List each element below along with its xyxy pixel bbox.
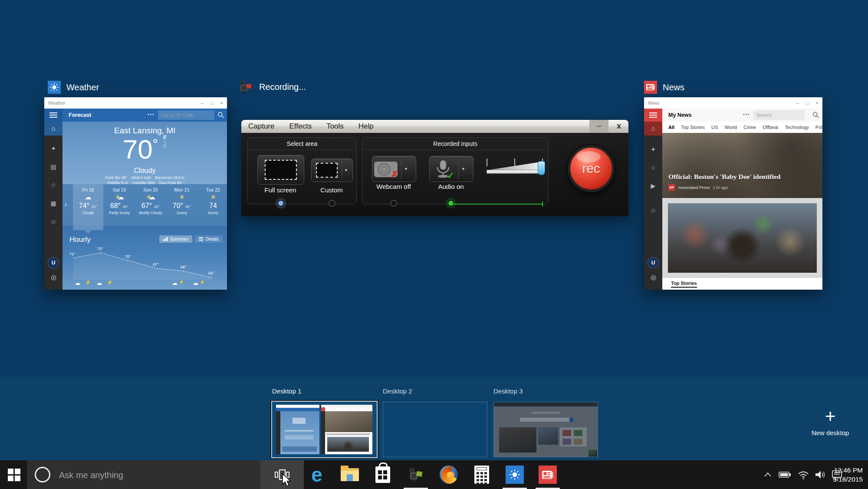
weather-sidebar-news-icon[interactable]: ▦ (44, 200, 62, 207)
day-forecast-sat[interactable]: Sat 19 ☀☁ 68° 49° Partly Sunny (104, 184, 135, 226)
taskbar-calculator-button[interactable] (465, 460, 498, 489)
weather-maximize-button[interactable]: □ (210, 100, 214, 106)
record-button[interactable]: rec (568, 145, 615, 192)
news-sidebar-video-icon[interactable]: ▶ (644, 182, 662, 189)
weather-sidebar-maps-icon[interactable]: ✦ (44, 145, 62, 152)
custom-area-button[interactable]: ▼ (311, 159, 353, 182)
tray-chevron-button[interactable] (760, 460, 775, 489)
news-close-button[interactable]: × (816, 100, 819, 106)
tray-volume-button[interactable] (812, 460, 829, 489)
news-hamburger-button[interactable] (644, 109, 662, 122)
menu-help[interactable]: Help (358, 122, 374, 131)
weather-sidebar-historical-icon[interactable]: ▤ (44, 163, 62, 170)
day-forecast-mon[interactable]: Mon 21 ☀ 70° 48° Sunny (167, 184, 197, 226)
unit-c[interactable]: C (163, 142, 167, 148)
news-minimize-button[interactable]: – (796, 100, 799, 106)
recorder-window[interactable]: Capture Effects Tools Help – x Select ar… (241, 120, 628, 216)
custom-radio[interactable] (329, 200, 335, 207)
news-maximize-button[interactable]: □ (806, 100, 809, 106)
full-screen-button[interactable] (257, 155, 304, 185)
weather-search-icon[interactable] (217, 112, 224, 119)
news-sidebar-settings-icon[interactable] (644, 274, 662, 282)
taskbar-edge-button[interactable]: e (300, 460, 333, 489)
weather-close-button[interactable]: × (220, 100, 223, 106)
audio-dropdown-arrow[interactable]: ▼ (461, 167, 465, 171)
desktop-3-label[interactable]: Desktop 3 (493, 387, 523, 395)
unit-toggle[interactable]: F C (163, 134, 167, 148)
recorder-minimize-button[interactable]: – (589, 120, 608, 133)
news-search-icon[interactable] (812, 112, 819, 119)
menu-capture[interactable]: Capture (248, 122, 274, 131)
taskbar-recorder-button[interactable] (399, 460, 432, 489)
desktop-1-label[interactable]: Desktop 1 (272, 387, 302, 395)
webcam-button[interactable]: ✗ ▼ (372, 156, 416, 182)
taskbar-weather-button[interactable] (498, 460, 531, 489)
day-forecast-sun[interactable]: Sun 20 ☀☁ 67° 48° Mostly Cloudy (135, 184, 166, 226)
news-sidebar-local-icon[interactable]: ☺ (644, 207, 662, 214)
custom-dropdown-arrow[interactable]: ▼ (344, 168, 348, 172)
tab-crime[interactable]: Crime (743, 125, 756, 130)
weather-sidebar-home-icon[interactable]: ⌂ (44, 122, 62, 135)
tab-politics[interactable]: Politics (815, 125, 822, 130)
news-headline[interactable]: Official: Boston's 'Baby Doe' identified (668, 173, 780, 181)
daily-prev-chevron[interactable]: ‹ (65, 201, 67, 208)
menu-effects[interactable]: Effects (289, 122, 312, 131)
taskbar-store-button[interactable] (366, 460, 399, 489)
desktop-2-label[interactable]: Desktop 2 (383, 387, 412, 395)
start-button[interactable] (0, 460, 28, 489)
news-search-input[interactable] (753, 110, 805, 120)
tab-world[interactable]: World (724, 125, 737, 130)
hourly-temp-2: 70° (125, 254, 131, 259)
news-sidebar-home-icon[interactable]: ⌂ (644, 122, 662, 135)
tray-clock[interactable]: 12:46 PM 9/18/2015 (833, 466, 863, 484)
recorder-close-button[interactable]: x (609, 120, 628, 133)
weather-window[interactable]: Weather – □ × Forecast ••• ⌂ ✦ ▤ ☆ ▦ ☺ U (44, 97, 227, 290)
news-sidebar-u-app-icon[interactable]: U (648, 257, 659, 268)
news-more-button[interactable]: ••• (743, 112, 750, 117)
cortana-search-box[interactable] (27, 460, 260, 489)
hourly-details-button[interactable]: Details (195, 235, 223, 243)
day-forecast-fri[interactable]: Fri 18 ☁ 74° 62° Cloudy (73, 184, 103, 226)
full-screen-radio[interactable] (277, 200, 284, 207)
desktop-1-thumbnail[interactable] (272, 402, 377, 457)
tab-offbeat[interactable]: Offbeat (763, 125, 778, 130)
weather-sidebar-settings-icon[interactable] (44, 274, 62, 282)
weather-sidebar-u-app-icon[interactable]: U (48, 257, 59, 268)
news-hero-story[interactable]: Official: Boston's 'Baby Doe' identified… (662, 133, 822, 198)
hourly-summary-button[interactable]: Summary (159, 235, 193, 243)
tray-wifi-button[interactable] (795, 460, 812, 489)
volume-slider[interactable] (487, 159, 544, 177)
new-desktop-button[interactable]: + New desktop (806, 407, 854, 436)
volume-handle[interactable] (538, 161, 545, 175)
audio-button[interactable]: ✓ ▼ (429, 156, 473, 182)
webcam-dropdown-arrow[interactable]: ▼ (404, 167, 408, 171)
taskbar-search-input[interactable] (58, 466, 233, 484)
tab-technology[interactable]: Technology (785, 125, 809, 130)
desktop-3-thumbnail[interactable] (493, 402, 598, 457)
weather-sidebar-feedback-icon[interactable]: ☺ (44, 218, 62, 225)
weather-hamburger-button[interactable] (44, 109, 62, 122)
unit-f[interactable]: F (163, 134, 167, 142)
day-forecast-tue[interactable]: Tue 22 ☀ 74 Sunny (198, 184, 227, 226)
plus-icon[interactable]: + (806, 407, 854, 426)
news-story-card[interactable] (662, 198, 822, 278)
tab-all[interactable]: All (668, 125, 674, 130)
taskbar-news-button[interactable] (531, 460, 564, 489)
weather-minimize-button[interactable]: – (201, 100, 204, 106)
news-sidebar-favorites-icon[interactable]: ☆ (644, 164, 662, 171)
weather-more-button[interactable]: ••• (148, 112, 155, 117)
weather-search-input[interactable] (158, 110, 214, 120)
news-section-label[interactable]: Top Stories (671, 281, 697, 288)
taskbar-file-explorer-button[interactable] (333, 460, 366, 489)
tab-top-stories[interactable]: Top Stories (681, 125, 705, 130)
menu-tools[interactable]: Tools (326, 122, 344, 131)
news-window[interactable]: News – □ × My News ••• All Top Stories U… (644, 97, 822, 290)
news-sidebar-interests-icon[interactable]: ✦ (644, 146, 662, 153)
audio-radio[interactable] (447, 200, 454, 207)
weather-sidebar-places-icon[interactable]: ☆ (44, 182, 62, 188)
tab-us[interactable]: US (711, 125, 718, 130)
desktop-2-thumbnail[interactable] (383, 402, 487, 457)
taskbar-firefox-button[interactable] (432, 460, 465, 489)
webcam-radio[interactable] (390, 200, 397, 207)
tray-battery-button[interactable] (777, 460, 793, 489)
